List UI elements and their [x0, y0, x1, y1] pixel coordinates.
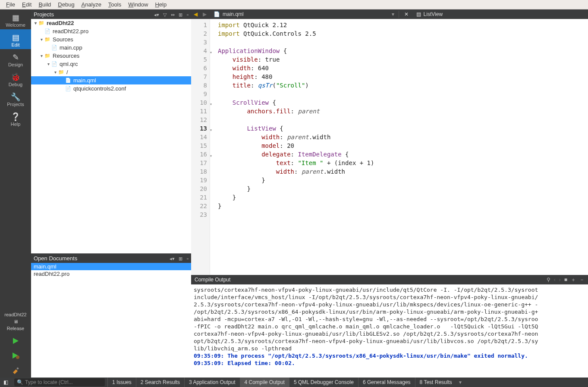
opendoc-item[interactable]: readDht22.pro	[31, 270, 191, 278]
build-button[interactable]	[12, 363, 19, 378]
kit-config: Release	[4, 326, 26, 331]
output-pane-compile-output[interactable]: 4 Compile Output	[240, 378, 289, 387]
opendocs-header: Open Documents ◂▾ ⊞ ▫	[31, 253, 191, 263]
projects-title: Projects	[34, 11, 54, 18]
code-text[interactable]: import QtQuick 2.12import QtQuick.Contro…	[210, 19, 374, 275]
tree-qrc-file[interactable]: ▾📄 qml.qrc	[31, 60, 191, 68]
list-icon: ▤	[416, 11, 421, 17]
folder-icon: 📁	[58, 69, 65, 76]
opendoc-item[interactable]: main.qml	[31, 263, 191, 270]
split-icon[interactable]: ⊞	[179, 256, 182, 261]
tree-label: readDht22	[47, 20, 74, 26]
chevron-down-icon[interactable]: ▾	[456, 379, 464, 385]
chevron-down-icon[interactable]: ▾	[389, 11, 397, 17]
tree-main-qml[interactable]: 📄 main.qml	[31, 76, 191, 84]
tree-slash-folder[interactable]: ▾📁 /	[31, 68, 191, 76]
symbol-tab[interactable]: ▤ ListView	[412, 9, 447, 19]
stop-icon[interactable]: ■	[564, 277, 567, 283]
close-icon[interactable]: ▫	[187, 12, 189, 17]
compile-title: Compile Output	[195, 277, 230, 283]
nav-forward-icon[interactable]: ▶	[200, 11, 209, 17]
folder-icon: 📁	[44, 36, 51, 43]
output-pane-application-output[interactable]: 3 Application Output	[184, 378, 239, 387]
svg-rect-3	[16, 367, 19, 370]
sidebar-toggle-icon[interactable]: ◧	[0, 379, 12, 385]
tree-label: qml.qrc	[60, 61, 78, 67]
mode-design[interactable]: ✎ Design	[0, 49, 31, 69]
tree-label: main.qml	[73, 77, 96, 84]
chevron-down-icon[interactable]: ◂▾	[154, 12, 159, 17]
file-icon: 📄	[65, 85, 72, 92]
prev-icon[interactable]: ‹	[554, 277, 556, 283]
help-icon: ❔	[0, 112, 31, 122]
tree-label: readDht22.pro	[53, 28, 88, 34]
close-tab-icon[interactable]: ✕	[401, 11, 412, 17]
close-icon[interactable]: ▫	[187, 256, 189, 261]
split-icon[interactable]: ⊞	[179, 12, 182, 17]
mode-label: Projects	[0, 102, 31, 107]
run-button[interactable]	[12, 334, 19, 348]
mode-welcome[interactable]: ▦ Welcome	[0, 9, 31, 29]
tree-main-cpp[interactable]: 📄 main.cpp	[31, 44, 191, 52]
menu-file[interactable]: File	[3, 1, 19, 8]
mode-help[interactable]: ❔ Help	[0, 109, 31, 128]
folder-icon: 📁	[44, 53, 51, 59]
link-icon[interactable]: ⇔	[171, 12, 175, 17]
filter-icon[interactable]: ⚲	[547, 277, 550, 283]
tree-conf-file[interactable]: 📄 qtquickcontrols2.conf	[31, 84, 191, 93]
menu-window[interactable]: Window	[125, 1, 151, 8]
tree-resources-folder[interactable]: ▾📁 Resources	[31, 52, 191, 60]
file-tab[interactable]: 📄 main.qml	[209, 9, 248, 19]
editor-tabbar: ◀ ▶ 📄 main.qml ▾ ✕ ▤ ListView	[191, 9, 588, 19]
mode-debug[interactable]: 🐞 Debug	[0, 69, 31, 89]
chevron-down-icon[interactable]: ◂▾	[170, 256, 175, 261]
file-icon: 📄	[44, 28, 51, 35]
menu-bar: File Edit Build Debug Analyze Tools Wind…	[0, 0, 588, 9]
tree-label: qtquickcontrols2.conf	[73, 85, 126, 92]
locator-input[interactable]: 🔍 Type to locate (Ctrl...	[14, 378, 105, 386]
projects-panel-header: Projects ◂▾ ▽ ⇔ ⊞ ▫	[31, 9, 191, 19]
mode-label: Edit	[0, 42, 31, 47]
zoom-out-icon[interactable]: －	[579, 276, 585, 284]
output-pane-issues[interactable]: 1 Issues	[107, 378, 136, 387]
menu-edit[interactable]: Edit	[19, 1, 35, 8]
tree-pro-file[interactable]: 📄 readDht22.pro	[31, 27, 191, 35]
kit-selector[interactable]: readDht22 🖥 Release	[4, 309, 26, 334]
opendocs-title: Open Documents	[34, 255, 77, 262]
output-pane-qml-debugger-console[interactable]: 5 QML Debugger Console	[289, 378, 358, 387]
compile-output[interactable]: sysroots/cortexa7hf-neon-vfpv4-poky-linu…	[191, 284, 588, 378]
menu-help[interactable]: Help	[151, 1, 170, 8]
tree-sources-folder[interactable]: ▾📁 Sources	[31, 35, 191, 44]
grid-icon: ▦	[0, 13, 31, 22]
tree-project-root[interactable]: ▾📁 readDht22	[31, 19, 191, 27]
menu-analyze[interactable]: Analyze	[78, 1, 105, 8]
next-icon[interactable]: ›	[559, 277, 561, 283]
filter-icon[interactable]: ▽	[163, 12, 167, 17]
tree-label: /	[66, 69, 68, 75]
file-tab-label: main.qml	[223, 11, 244, 17]
qml-file-icon: 📄	[65, 77, 72, 84]
output-pane-general-messages[interactable]: 6 General Messages	[358, 378, 415, 387]
status-bar: ◧ 🔍 Type to locate (Ctrl... 1 Issues2 Se…	[0, 378, 588, 387]
mode-bar: ▦ Welcome ▤ Edit ✎ Design 🐞 Debug 🔧 Proj…	[0, 9, 31, 378]
project-icon: 📁	[38, 20, 45, 27]
project-tree[interactable]: ▾📁 readDht22 📄 readDht22.pro ▾📁 Sources …	[31, 19, 191, 253]
nav-back-icon[interactable]: ◀	[191, 11, 200, 17]
tree-label: Sources	[53, 36, 73, 43]
code-editor[interactable]: 1234▾5678910▾111213▾141516▾1718192021222…	[191, 19, 588, 275]
output-pane-test-results[interactable]: 8 Test Results	[415, 378, 456, 387]
run-debug-button[interactable]	[11, 348, 20, 363]
menu-tools[interactable]: Tools	[105, 1, 125, 8]
cpp-file-icon: 📄	[51, 44, 58, 51]
compile-header: Compile Output ⚲ ‹ › ■ ＋ －	[191, 275, 588, 284]
zoom-in-icon[interactable]: ＋	[571, 276, 576, 284]
bug-icon: 🐞	[0, 72, 31, 82]
line-gutter: 1234▾5678910▾111213▾141516▾1718192021222…	[191, 19, 210, 275]
output-pane-search-results[interactable]: 2 Search Results	[136, 378, 184, 387]
menu-debug[interactable]: Debug	[54, 1, 78, 8]
mode-edit[interactable]: ▤ Edit	[0, 29, 31, 49]
qrc-file-icon: 📄	[51, 61, 58, 68]
menu-build[interactable]: Build	[35, 1, 54, 8]
svg-marker-0	[13, 338, 19, 344]
mode-projects[interactable]: 🔧 Projects	[0, 89, 31, 109]
